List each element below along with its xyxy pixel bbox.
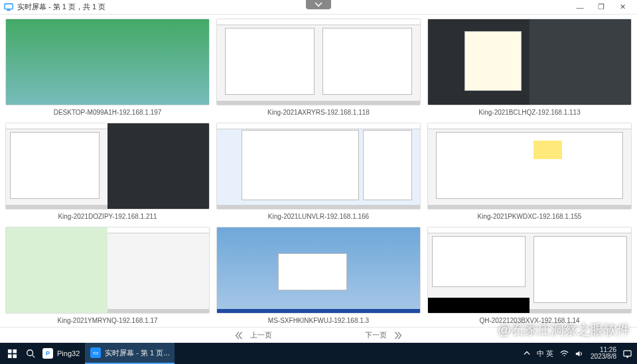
notifications-icon[interactable]	[623, 349, 632, 358]
window-title: 实时屏幕 - 第 1 页，共 1 页	[17, 2, 106, 12]
wifi-icon[interactable]	[560, 349, 569, 358]
svg-rect-9	[7, 354, 11, 358]
collapse-handle[interactable]	[306, 0, 331, 9]
taskbar-app-realtime-screen[interactable]: ▭ 实时屏幕 - 第 1 页...	[85, 343, 175, 364]
maximize-icon: ❐	[598, 3, 604, 11]
screen-tile[interactable]: King-2021AXRYRS-192.168.1.118	[216, 19, 421, 119]
minimize-button[interactable]: —	[569, 0, 591, 15]
screen-label: King-2021LUNVLR-192.168.1.166	[216, 210, 421, 223]
svg-line-12	[33, 355, 35, 358]
chevron-double-right-icon	[393, 331, 403, 340]
screen-tile[interactable]: MS-SXFHKINKFWUJ-192.168.1.3	[216, 227, 421, 327]
screen-thumbnail	[5, 19, 210, 105]
screen-label: QH-20221203BXVX-192.168.1.14	[427, 314, 632, 327]
screen-tile[interactable]: King-2021PKWDXC-192.168.1.155	[427, 123, 632, 223]
screen-label: King-2021PKWDXC-192.168.1.155	[427, 210, 632, 223]
screen-thumbnail	[216, 227, 421, 314]
search-icon	[26, 349, 35, 358]
screen-label: DESKTOP-M099A1H-192.168.1.197	[5, 105, 210, 119]
screen-tile[interactable]: King-2021DOZIPY-192.168.1.211	[5, 123, 210, 223]
screen-thumbnail	[5, 227, 210, 314]
screen-label: King-2021AXRYRS-192.168.1.118	[216, 105, 421, 119]
chevron-down-icon	[315, 2, 322, 7]
screens-grid-container: DESKTOP-M099A1H-192.168.1.197 King-2021A…	[0, 15, 637, 327]
clock-date: 2023/8/8	[591, 353, 616, 361]
app-icon: ▭	[90, 347, 101, 358]
minimize-icon: —	[577, 3, 584, 11]
monitor-icon	[4, 3, 13, 12]
chevron-double-left-icon	[234, 331, 244, 340]
close-button[interactable]: ✕	[612, 0, 633, 15]
screen-tile[interactable]: QH-20221203BXVX-192.168.1.14	[427, 227, 632, 327]
svg-rect-0	[5, 3, 13, 9]
taskbar-clock[interactable]: 11:26 2023/8/8	[591, 347, 616, 361]
svg-rect-8	[13, 349, 17, 353]
screen-tile[interactable]: King-2021BCLHQZ-192.168.1.113	[427, 19, 632, 119]
taskbar-app-ping32[interactable]: P Ping32	[37, 343, 85, 364]
screen-tile[interactable]: King-2021LUNVLR-192.168.1.166	[216, 123, 421, 223]
volume-icon[interactable]	[575, 350, 584, 357]
window-titlebar: 实时屏幕 - 第 1 页，共 1 页 — ❐ ✕	[0, 0, 637, 15]
taskbar-app-label: Ping32	[57, 349, 80, 357]
taskbar-app-label: 实时屏幕 - 第 1 页...	[105, 348, 169, 358]
start-button[interactable]	[0, 343, 24, 364]
taskbar-search[interactable]	[24, 343, 37, 364]
screen-thumbnail	[427, 227, 632, 314]
ime-indicator[interactable]: 中 英	[537, 349, 553, 359]
window-buttons: — ❐ ✕	[569, 0, 633, 15]
pager-next-label: 下一页	[365, 330, 387, 340]
screens-grid: DESKTOP-M099A1H-192.168.1.197 King-2021A…	[0, 15, 637, 327]
svg-rect-7	[7, 349, 11, 353]
screen-tile[interactable]: DESKTOP-M099A1H-192.168.1.197	[5, 19, 210, 119]
screen-label: King-2021BCLHQZ-192.168.1.113	[427, 105, 632, 119]
screen-thumbnail	[216, 19, 421, 105]
screen-thumbnail	[5, 123, 210, 210]
maximize-button[interactable]: ❐	[591, 0, 612, 15]
screen-tile[interactable]: King-2021YMRYNQ-192.168.1.17	[5, 227, 210, 327]
screen-thumbnail	[427, 123, 632, 210]
screen-label: MS-SXFHKINKFWUJ-192.168.1.3	[216, 314, 421, 327]
svg-rect-1	[7, 9, 10, 11]
screen-thumbnail	[427, 19, 632, 105]
svg-rect-13	[624, 350, 631, 355]
pager-bar: 上一页 下一页	[0, 327, 637, 343]
screen-label: King-2021YMRYNQ-192.168.1.17	[5, 314, 210, 327]
windows-taskbar: P Ping32 ▭ 实时屏幕 - 第 1 页... 中 英 11:26 202…	[0, 343, 637, 364]
svg-point-11	[27, 350, 33, 356]
windows-icon	[7, 349, 17, 359]
pager-next[interactable]: 下一页	[365, 330, 403, 340]
system-tray: 中 英 11:26 2023/8/8	[518, 347, 637, 361]
svg-rect-10	[13, 354, 17, 358]
pager-prev-label: 上一页	[250, 330, 272, 340]
tray-chevron-up-icon[interactable]	[524, 350, 530, 357]
screen-thumbnail	[216, 123, 421, 210]
close-icon: ✕	[620, 3, 626, 11]
pager-prev[interactable]: 上一页	[234, 330, 272, 340]
screen-label: King-2021DOZIPY-192.168.1.211	[5, 210, 210, 223]
app-icon: P	[42, 348, 53, 359]
